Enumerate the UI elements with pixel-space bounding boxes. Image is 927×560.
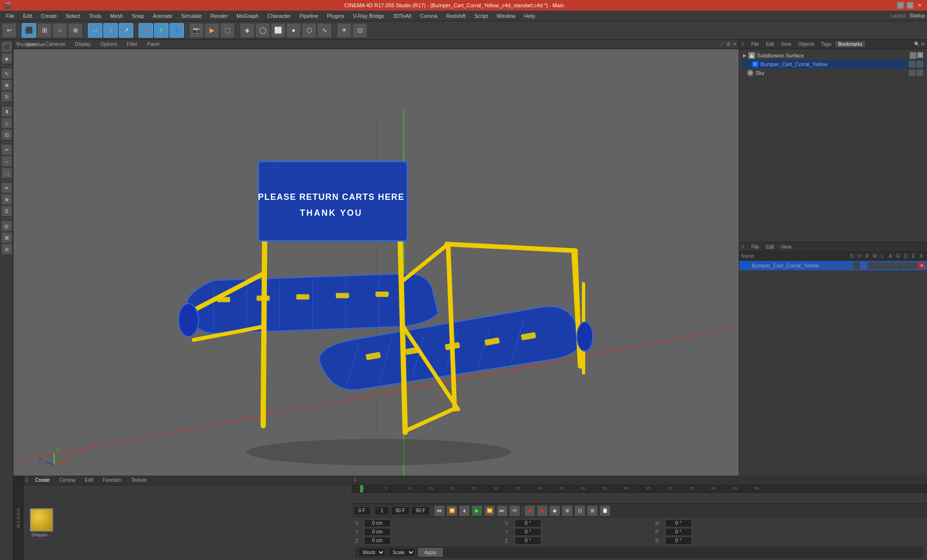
- attr-icon-r[interactable]: [868, 262, 874, 269]
- undo-button[interactable]: ↩: [2, 23, 16, 38]
- lt-measure[interactable]: ⊖: [1, 244, 12, 254]
- motion-button[interactable]: ⊕: [562, 505, 573, 516]
- om-tab-tags[interactable]: Tags: [818, 41, 834, 47]
- goto-start-button[interactable]: ⏮: [434, 505, 445, 516]
- mat-tab-edit[interactable]: Edit: [82, 477, 96, 483]
- move-tool-button[interactable]: ↔: [88, 23, 102, 38]
- x-pos-input[interactable]: 0 cm: [364, 519, 391, 527]
- lt-knife[interactable]: ✂: [1, 144, 12, 155]
- menu-corona[interactable]: Corona: [416, 12, 441, 20]
- obj-item-sky[interactable]: Sky: [741, 69, 925, 77]
- attr-icon-v[interactable]: [860, 262, 867, 269]
- menu-pipeline[interactable]: Pipeline: [295, 12, 322, 20]
- render-button[interactable]: ▶: [205, 23, 219, 38]
- om-tab-edit[interactable]: Edit: [763, 41, 777, 47]
- mat-tab-function[interactable]: Function: [100, 477, 124, 483]
- menu-3dtall[interactable]: 3DToAll: [389, 12, 415, 20]
- attr-icon-l[interactable]: [882, 262, 889, 269]
- lt-loop[interactable]: ↔: [1, 156, 12, 167]
- minimize-button[interactable]: −: [897, 2, 904, 9]
- attr-icon-m[interactable]: [875, 262, 882, 269]
- lt-rotate[interactable]: ↻: [1, 91, 12, 102]
- timeline-settings[interactable]: ⊞: [587, 505, 598, 516]
- menu-snap[interactable]: Snap: [128, 12, 148, 20]
- y-rot-input[interactable]: 0 °: [515, 528, 541, 536]
- x-rot-input[interactable]: 0 °: [515, 519, 541, 527]
- x-axis-button[interactable]: X: [139, 23, 153, 38]
- om-tab-objects[interactable]: Objects: [795, 41, 817, 47]
- step-forward-button[interactable]: ⏩: [484, 505, 495, 516]
- edge-mode-button[interactable]: ⊞: [37, 23, 52, 38]
- attr-icon-g[interactable]: [897, 262, 903, 269]
- menu-character[interactable]: Character: [264, 12, 295, 20]
- attr-icon-s[interactable]: [853, 262, 860, 269]
- menu-edit[interactable]: Edit: [19, 12, 36, 20]
- lt-object-mode[interactable]: ⬛: [1, 42, 12, 52]
- menu-file[interactable]: File: [2, 12, 18, 20]
- object-mode-button[interactable]: ⬛: [22, 23, 36, 38]
- tab-cameras[interactable]: Cameras: [43, 41, 69, 47]
- menu-create[interactable]: Create: [37, 12, 61, 20]
- frame-step-input[interactable]: [375, 506, 389, 515]
- lt-move[interactable]: ↖: [1, 68, 12, 79]
- tab-panel[interactable]: Panel: [144, 41, 163, 47]
- lt-weld[interactable]: ⊗: [1, 194, 12, 205]
- play-forward-button[interactable]: ▶: [472, 505, 482, 516]
- apply-button[interactable]: Apply: [418, 548, 443, 557]
- obj-item-bumper[interactable]: Bumper_Cart_Corral_Yellow: [741, 60, 925, 69]
- lt-scale[interactable]: ⊕: [1, 80, 12, 90]
- menu-script[interactable]: Script: [470, 12, 492, 20]
- step-back-button[interactable]: ⏪: [447, 505, 457, 516]
- om-tab-file[interactable]: File: [748, 41, 762, 47]
- layout-value[interactable]: Startup: [910, 13, 925, 18]
- spline-button[interactable]: ∿: [317, 23, 332, 38]
- tab-display[interactable]: Display: [72, 41, 94, 47]
- menu-vray[interactable]: V-Ray Bridge: [349, 12, 388, 20]
- menu-help[interactable]: Help: [520, 12, 539, 20]
- render-region-button[interactable]: ⬚: [220, 23, 235, 38]
- lt-texture-mode[interactable]: ◈: [1, 53, 12, 64]
- menu-plugins[interactable]: Plugins: [323, 12, 348, 20]
- current-frame-input[interactable]: [353, 506, 370, 515]
- camera2-button[interactable]: ⊡: [352, 23, 367, 38]
- lt-select[interactable]: ⬚: [1, 168, 12, 178]
- attr-icon-d[interactable]: [904, 262, 911, 269]
- y-axis-button[interactable]: Y: [154, 23, 169, 38]
- mat-tab-create[interactable]: Create: [32, 477, 53, 483]
- attr-icon-x[interactable]: ✕: [918, 262, 925, 269]
- timeline-ruler[interactable]: 0 5 10 15 20 25 30 35 40 45 50 55: [351, 485, 927, 493]
- lt-place[interactable]: ⊞: [1, 232, 12, 243]
- z-pos-input[interactable]: 0 cm: [364, 537, 391, 545]
- camera-button[interactable]: 📷: [189, 23, 204, 38]
- close-button[interactable]: ✕: [916, 2, 923, 9]
- z-rot-input[interactable]: 0 °: [515, 537, 541, 545]
- attr-tab-file[interactable]: File: [748, 244, 762, 250]
- polygon-mode-button[interactable]: ○: [53, 23, 67, 38]
- menu-animate[interactable]: Animate: [149, 12, 176, 20]
- rotate-tool-button[interactable]: ↗: [119, 23, 133, 38]
- cylinder-button[interactable]: ⬡: [302, 23, 316, 38]
- play-back-button[interactable]: ⏴: [459, 505, 470, 516]
- tab-filter[interactable]: Filter: [124, 41, 140, 47]
- attr-icon-a[interactable]: [889, 262, 896, 269]
- scale-dropdown[interactable]: Scale: [388, 548, 415, 557]
- material-item-shopping[interactable]: Shoppin…: [27, 508, 56, 537]
- obj-item-subdivision[interactable]: ▶ Subdivision Surface ✓: [741, 51, 925, 60]
- mat-tab-corona[interactable]: Corona: [56, 477, 78, 483]
- lt-bevel[interactable]: ◇: [1, 118, 12, 128]
- goto-end-button[interactable]: ⏭: [497, 505, 507, 516]
- point-mode-button[interactable]: ⊕: [68, 23, 83, 38]
- menu-window[interactable]: Window: [493, 12, 520, 20]
- vp-close-icon[interactable]: ✕: [732, 41, 737, 47]
- lt-paint[interactable]: ✏: [1, 182, 12, 193]
- timeline-content[interactable]: [351, 493, 927, 503]
- attr-tab-edit[interactable]: Edit: [763, 244, 777, 250]
- light-button[interactable]: ☀: [337, 23, 351, 38]
- obj-vis-icon-2[interactable]: [909, 61, 915, 68]
- obj-vis-icon-sky[interactable]: [909, 70, 915, 76]
- sphere-button[interactable]: ●: [286, 23, 301, 38]
- lt-extrude[interactable]: ⬆: [1, 106, 12, 117]
- vp-layout-icon[interactable]: ⊞: [726, 41, 730, 47]
- om-settings-icon[interactable]: ⚙: [921, 42, 925, 47]
- mat-tab-texture[interactable]: Texture: [128, 477, 150, 483]
